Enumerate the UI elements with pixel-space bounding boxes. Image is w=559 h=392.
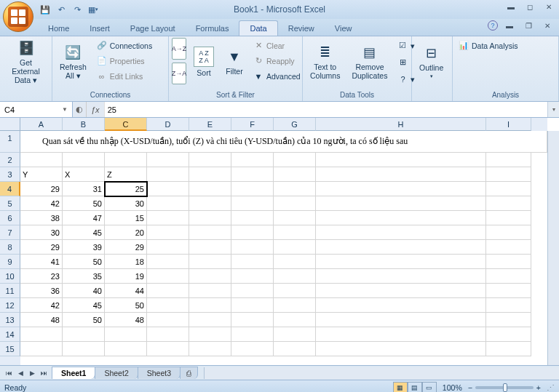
horizontal-scrollbar[interactable] — [204, 367, 559, 379]
cell-D14[interactable] — [147, 327, 189, 342]
cell-D2[interactable] — [147, 153, 189, 167]
cell-G15[interactable] — [274, 342, 316, 356]
cell-B15[interactable] — [63, 342, 105, 356]
cell-C12[interactable]: 50 — [105, 298, 147, 313]
col-header-E[interactable]: E — [189, 118, 231, 131]
cell-A1[interactable]: Quan sát về thu nhập (X-USD/tuần), tuổi … — [20, 131, 504, 153]
cell-B14[interactable] — [63, 327, 105, 342]
cell-B4[interactable]: 31 — [63, 182, 105, 196]
col-header-D[interactable]: D — [147, 118, 189, 131]
cell-G12[interactable] — [274, 298, 316, 313]
cell-I9[interactable] — [486, 255, 531, 269]
cell-E4[interactable] — [189, 182, 231, 196]
row-header-5[interactable]: 5 — [0, 196, 20, 211]
cell-C8[interactable]: 29 — [105, 240, 147, 255]
cell-C10[interactable]: 19 — [105, 269, 147, 284]
row-header-3[interactable]: 3 — [0, 167, 20, 182]
col-header-H[interactable]: H — [316, 118, 486, 131]
cell-H9[interactable] — [316, 255, 486, 269]
cell-I15[interactable] — [486, 342, 531, 356]
normal-view-button[interactable]: ▦ — [393, 382, 408, 393]
tab-page-layout[interactable]: Page Layout — [120, 21, 186, 36]
cell-F4[interactable] — [231, 182, 274, 196]
cell-I4[interactable] — [486, 182, 531, 196]
cell-B6[interactable]: 47 — [63, 211, 105, 225]
cell-D10[interactable] — [147, 269, 189, 284]
name-box[interactable]: C4▼ — [0, 102, 73, 117]
cell-B2[interactable] — [63, 153, 105, 167]
workbook-restore-button[interactable]: ❐ — [521, 20, 536, 31]
col-header-I[interactable]: I — [486, 118, 531, 131]
formula-bar[interactable]: 25 — [104, 102, 547, 117]
cell-H13[interactable] — [316, 313, 486, 327]
tab-insert[interactable]: Insert — [79, 21, 120, 36]
cell-C2[interactable] — [105, 153, 147, 167]
cell-E2[interactable] — [189, 153, 231, 167]
text-to-columns-button[interactable]: ≣ Text to Columns — [306, 38, 344, 86]
row-header-2[interactable]: 2 — [0, 153, 20, 167]
cell-D12[interactable] — [147, 298, 189, 313]
cell-C9[interactable]: 18 — [105, 255, 147, 269]
workbook-minimize-button[interactable]: ▬ — [502, 20, 517, 31]
row-header-13[interactable]: 13 — [0, 313, 20, 327]
cell-G5[interactable] — [274, 196, 316, 211]
cell-G10[interactable] — [274, 269, 316, 284]
zoom-label[interactable]: 100% — [443, 383, 462, 392]
cell-A8[interactable]: 29 — [20, 240, 63, 255]
refresh-all-button[interactable]: 🔄 Refresh All ▾ — [55, 38, 91, 86]
cell-G3[interactable] — [274, 167, 316, 182]
cell-F14[interactable] — [231, 327, 274, 342]
cell-F7[interactable] — [231, 225, 274, 240]
cell-B12[interactable]: 45 — [63, 298, 105, 313]
cell-I12[interactable] — [486, 298, 531, 313]
cell-H10[interactable] — [316, 269, 486, 284]
sort-button[interactable]: A ZZ A Sort — [189, 38, 218, 86]
cell-D3[interactable] — [147, 167, 189, 182]
cell-F9[interactable] — [231, 255, 274, 269]
cell-G14[interactable] — [274, 327, 316, 342]
cell-I10[interactable] — [486, 269, 531, 284]
cell-I14[interactable] — [486, 327, 531, 342]
cell-G13[interactable] — [274, 313, 316, 327]
cell-I7[interactable] — [486, 225, 531, 240]
cell-I1[interactable] — [504, 131, 547, 153]
tab-review[interactable]: Review — [278, 21, 325, 36]
cell-D15[interactable] — [147, 342, 189, 356]
cell-F10[interactable] — [231, 269, 274, 284]
tab-data[interactable]: Data — [239, 20, 277, 36]
cell-B11[interactable]: 40 — [63, 284, 105, 298]
cell-E11[interactable] — [189, 284, 231, 298]
cell-D6[interactable] — [147, 211, 189, 225]
cell-C11[interactable]: 44 — [105, 284, 147, 298]
sort-za-button[interactable]: Z→A — [172, 63, 186, 84]
undo-icon[interactable]: ↶ — [54, 2, 68, 17]
cell-B13[interactable]: 50 — [63, 313, 105, 327]
zoom-slider[interactable] — [475, 386, 534, 389]
cell-D5[interactable] — [147, 196, 189, 211]
filter-button[interactable]: ▼ Filter — [221, 38, 247, 86]
sheet-nav-last-icon[interactable]: ⏭ — [38, 369, 49, 377]
resize-grip-icon[interactable]: ⋰ — [547, 383, 555, 392]
cell-A5[interactable]: 42 — [20, 196, 63, 211]
cell-H12[interactable] — [316, 298, 486, 313]
vertical-scrollbar[interactable] — [547, 131, 559, 365]
cell-E7[interactable] — [189, 225, 231, 240]
cell-B7[interactable]: 45 — [63, 225, 105, 240]
cell-E14[interactable] — [189, 327, 231, 342]
cell-D11[interactable] — [147, 284, 189, 298]
cell-H6[interactable] — [316, 211, 486, 225]
cell-F2[interactable] — [231, 153, 274, 167]
cell-E3[interactable] — [189, 167, 231, 182]
cell-F5[interactable] — [231, 196, 274, 211]
cell-E13[interactable] — [189, 313, 231, 327]
zoom-out-button[interactable]: − — [468, 383, 472, 392]
row-header-9[interactable]: 9 — [0, 255, 20, 269]
cell-I13[interactable] — [486, 313, 531, 327]
cell-G2[interactable] — [274, 153, 316, 167]
dropdown-icon[interactable]: ▼ — [62, 106, 68, 113]
row-header-6[interactable]: 6 — [0, 211, 20, 225]
cell-F3[interactable] — [231, 167, 274, 182]
cell-I11[interactable] — [486, 284, 531, 298]
office-button[interactable] — [3, 1, 33, 32]
tab-formulas[interactable]: Formulas — [186, 21, 239, 36]
